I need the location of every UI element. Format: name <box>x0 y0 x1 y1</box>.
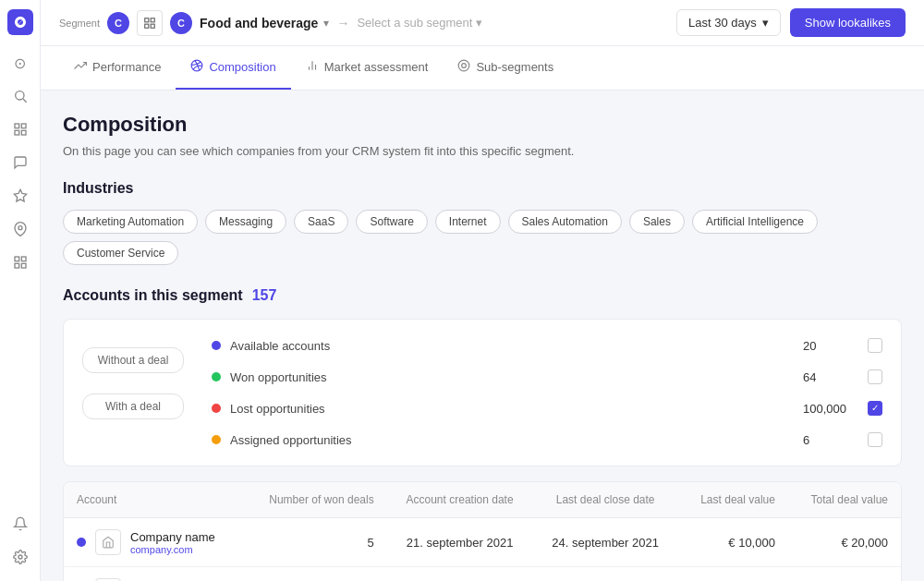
legend-checkbox[interactable] <box>868 338 882 353</box>
sidebar: ⊙ <box>0 0 41 581</box>
home-icon[interactable]: ⊙ <box>6 48 35 78</box>
date-range-chevron: ▾ <box>762 16 769 30</box>
svg-rect-16 <box>151 24 154 28</box>
chart-label-item: Without a deal <box>82 347 184 373</box>
legend-dot <box>212 341 221 350</box>
search-icon[interactable] <box>6 81 35 111</box>
show-lookalikes-button[interactable]: Show lookalikes <box>790 8 906 37</box>
col-creation-date: Account creation date <box>387 482 533 518</box>
content-area: Composition On this page you can see whi… <box>41 91 924 581</box>
col-won-deals: Number of won deals <box>244 482 387 518</box>
grid2-icon[interactable] <box>6 248 35 277</box>
account-cell: Company name company.com <box>64 567 244 582</box>
svg-point-7 <box>18 226 22 230</box>
chart-legend: Available accounts20Won opportunities64L… <box>212 338 882 447</box>
industry-tag[interactable]: Artificial Intelligence <box>692 210 818 234</box>
accounts-title: Accounts in this segment <box>63 287 243 304</box>
svg-rect-10 <box>15 263 19 268</box>
industry-tag[interactable]: Customer Service <box>63 241 178 265</box>
topbar-left: Segment C C Food and beverage ▾ → Select… <box>59 10 482 36</box>
won-deals-cell: 5 <box>244 518 387 567</box>
legend-checkbox[interactable] <box>868 432 882 447</box>
layers-icon[interactable] <box>6 115 35 144</box>
legend-count: 100,000 <box>803 402 858 416</box>
bell-icon[interactable] <box>6 509 35 539</box>
industry-tag[interactable]: Software <box>356 210 427 234</box>
accounts-table-wrapper: Account Number of won deals Account crea… <box>63 481 902 581</box>
segment-label: Segment <box>59 18 100 29</box>
svg-rect-5 <box>21 130 26 135</box>
svg-point-12 <box>18 555 22 559</box>
col-last-value: Last deal value <box>678 482 788 518</box>
tab-market-label: Market assessment <box>324 60 429 74</box>
date-range-button[interactable]: Last 30 days ▾ <box>676 9 781 36</box>
col-total-value: Total deal value <box>788 482 901 518</box>
accounts-header: Accounts in this segment 157 <box>63 287 902 304</box>
company-name: Company name <box>130 530 215 544</box>
total-deal-value-cell: € 20,000 <box>788 567 901 582</box>
table-row[interactable]: Company name company.com 521. september … <box>64 518 901 567</box>
legend-dot <box>212 372 221 381</box>
sub-segments-tab-icon <box>457 59 470 75</box>
pin-icon[interactable] <box>6 214 35 244</box>
svg-rect-9 <box>21 257 26 261</box>
breadcrumb-arrow: → <box>336 16 349 30</box>
legend-count: 64 <box>803 370 858 384</box>
industry-tag[interactable]: Marketing Automation <box>63 210 198 234</box>
svg-rect-11 <box>21 263 26 268</box>
legend-checkbox[interactable] <box>868 369 882 384</box>
tab-market-assessment[interactable]: Market assessment <box>291 46 444 90</box>
legend-dot <box>212 404 221 413</box>
legend-label: Available accounts <box>230 339 794 353</box>
page-title: Composition <box>63 113 902 137</box>
creation-date-cell: 21. september 2021 <box>387 518 533 567</box>
industry-tag[interactable]: Messaging <box>205 210 286 234</box>
tab-composition[interactable]: Composition <box>176 46 290 90</box>
page-subtitle: On this page you can see which companies… <box>63 144 902 158</box>
svg-rect-14 <box>151 18 154 21</box>
accounts-table: Account Number of won deals Account crea… <box>64 482 901 581</box>
chart-label-item: With a deal <box>82 393 184 419</box>
industries-tags: Marketing AutomationMessagingSaaSSoftwar… <box>63 210 902 265</box>
tab-bar: Performance Composition Market assessmen… <box>41 46 924 91</box>
tab-performance-label: Performance <box>92 60 161 74</box>
sub-segment-label: Select a sub segment <box>357 16 472 30</box>
svg-rect-4 <box>15 130 19 135</box>
star-icon[interactable] <box>6 181 35 211</box>
app-logo <box>7 9 33 35</box>
tab-performance[interactable]: Performance <box>59 46 176 90</box>
legend-count: 6 <box>803 433 858 447</box>
svg-rect-8 <box>15 257 19 261</box>
segment-dropdown-icon[interactable]: ▾ <box>323 17 329 30</box>
tab-sub-segments[interactable]: Sub-segments <box>443 46 568 90</box>
topbar: Segment C C Food and beverage ▾ → Select… <box>41 0 924 46</box>
total-deal-value-cell: € 20,000 <box>788 518 901 567</box>
industry-tag[interactable]: Internet <box>435 210 501 234</box>
legend-count: 20 <box>803 339 858 353</box>
segment-avatar: C <box>107 12 129 34</box>
col-account: Account <box>64 482 244 518</box>
won-deals-cell: 5 <box>244 567 387 582</box>
close-date-cell: 24. september 2021 <box>532 567 677 582</box>
creation-date-cell: 21. september 2021 <box>387 567 533 582</box>
settings-icon[interactable] <box>6 542 35 572</box>
table-row[interactable]: Company name company.com 521. september … <box>64 567 901 582</box>
segment-name-group: Food and beverage ▾ <box>200 16 329 30</box>
sub-segment-selector[interactable]: Select a sub segment ▾ <box>357 16 482 30</box>
date-range-label: Last 30 days <box>688 16 757 30</box>
company-url[interactable]: company.com <box>130 544 215 555</box>
industries-title: Industries <box>63 180 902 197</box>
svg-point-22 <box>462 64 467 68</box>
accounts-count: 157 <box>252 287 277 304</box>
svg-line-1 <box>23 99 27 103</box>
chart-section: Without a dealWith a deal Available acco… <box>63 319 902 466</box>
industry-tag[interactable]: SaaS <box>294 210 348 234</box>
legend-checkbox[interactable] <box>868 401 882 416</box>
industry-tag[interactable]: Sales <box>629 210 685 234</box>
industry-tag[interactable]: Sales Automation <box>508 210 622 234</box>
performance-tab-icon <box>74 59 87 75</box>
company-icon <box>95 529 121 555</box>
view-toggle-icon[interactable] <box>137 10 163 36</box>
chat-icon[interactable] <box>6 148 35 177</box>
composition-tab-icon <box>190 59 203 75</box>
